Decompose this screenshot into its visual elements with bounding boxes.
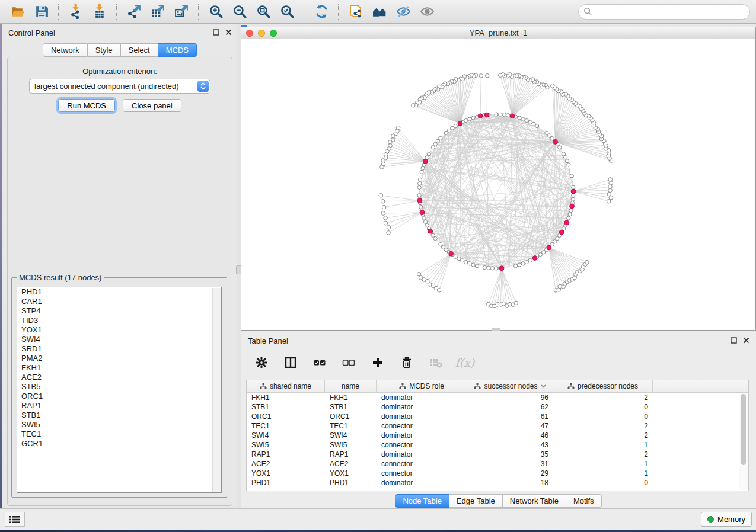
- close-table-panel-icon[interactable]: [742, 336, 750, 344]
- column-header-name[interactable]: name: [325, 380, 377, 392]
- column-header-predecessor-nodes[interactable]: predecessor nodes: [553, 380, 653, 392]
- search-input[interactable]: [592, 7, 745, 17]
- select-all-rows-button[interactable]: [310, 352, 330, 373]
- delete-columns-button[interactable]: [397, 352, 417, 373]
- close-panel-button[interactable]: Close panel: [123, 99, 181, 112]
- table-row[interactable]: PHD1PHD1dominator180: [247, 478, 748, 488]
- show-all-button[interactable]: [415, 2, 439, 21]
- column-header-shared-name[interactable]: shared name: [247, 380, 325, 392]
- mcds-result-item[interactable]: TEC1: [17, 430, 221, 439]
- mcds-result-item[interactable]: PHD1: [17, 287, 221, 297]
- table-cell: PHD1: [325, 478, 377, 488]
- mcds-result-item[interactable]: ACE2: [17, 373, 221, 382]
- task-history-button[interactable]: [5, 512, 25, 527]
- table-cell: SWI4: [325, 431, 377, 440]
- new-network-from-selection-button[interactable]: [344, 2, 368, 21]
- mcds-result-item[interactable]: FKH1: [17, 363, 221, 373]
- table-row[interactable]: SWI5SWI5connector431: [247, 440, 748, 450]
- network-window-titlebar[interactable]: YPA_prune.txt_1: [241, 27, 755, 39]
- neighbors-icon: [372, 4, 387, 19]
- import-table-button[interactable]: [88, 2, 111, 21]
- table-panel: Table Panel f(x) shared namename: [241, 331, 756, 508]
- mcds-result-item[interactable]: STB5: [17, 382, 221, 392]
- float-table-panel-icon[interactable]: [730, 336, 738, 344]
- export-network-button[interactable]: [122, 2, 146, 21]
- criterion-dropdown[interactable]: largest connected component (undirected): [29, 79, 210, 94]
- mcds-result-item[interactable]: YOX1: [17, 325, 221, 335]
- column-type-icon: [567, 383, 575, 390]
- mcds-result-item[interactable]: SWI5: [17, 420, 221, 430]
- main-toolbar: [0, 0, 756, 24]
- table-scrollbar[interactable]: [739, 393, 748, 490]
- mcds-result-item[interactable]: RAP1: [17, 401, 221, 411]
- task-list-icon: [9, 515, 20, 524]
- table-row[interactable]: STB1STB1dominator620: [247, 402, 748, 412]
- tab-node-table[interactable]: Node Table: [395, 494, 449, 508]
- hide-selected-button[interactable]: [391, 2, 415, 21]
- mcds-result-item[interactable]: SWI4: [17, 335, 221, 344]
- tab-select[interactable]: Select: [121, 43, 158, 57]
- table-cell: PHD1: [247, 478, 325, 488]
- table-cell: TEC1: [247, 421, 325, 431]
- run-mcds-button[interactable]: Run MCDS: [58, 99, 115, 112]
- mcds-result-item[interactable]: ORC1: [17, 392, 221, 401]
- mcds-result-item[interactable]: PMA2: [17, 354, 221, 363]
- zoom-in-button[interactable]: [204, 2, 228, 21]
- table-row[interactable]: TEC1TEC1connector472: [247, 421, 748, 431]
- zoom-fit-button[interactable]: [251, 2, 275, 21]
- hide-selected-icon: [396, 4, 411, 19]
- table-cell: 2: [553, 431, 653, 440]
- table-cell: YOX1: [247, 469, 325, 478]
- refresh-button[interactable]: [310, 2, 333, 21]
- tab-edge-table[interactable]: Edge Table: [449, 494, 503, 508]
- table-row[interactable]: YOX1YOX1connector291: [247, 469, 748, 478]
- deselect-all-rows-button[interactable]: [339, 352, 359, 373]
- tab-network-table[interactable]: Network Table: [503, 494, 566, 508]
- neighbors-button[interactable]: [368, 2, 391, 21]
- refresh-icon: [314, 4, 329, 19]
- network-canvas[interactable]: [241, 39, 755, 330]
- show-columns-button[interactable]: [280, 352, 301, 373]
- add-column-button[interactable]: [368, 352, 388, 373]
- table-cell: 0: [553, 412, 653, 421]
- zoom-out-button[interactable]: [228, 2, 251, 21]
- column-header-MCDS-role[interactable]: MCDS role: [377, 380, 467, 392]
- table-row[interactable]: ORC1ORC1dominator610: [247, 412, 748, 421]
- add-column-icon: [371, 356, 384, 369]
- mcds-result-list[interactable]: PHD1CAR1STP4TID3YOX1SWI4SRD1PMA2FKH1ACE2…: [17, 287, 222, 493]
- table-row[interactable]: SWI4SWI4dominator462: [247, 431, 748, 440]
- column-header-successor-nodes[interactable]: successor nodes: [467, 380, 553, 392]
- mcds-result-item[interactable]: CAR1: [17, 297, 221, 306]
- open-file-button[interactable]: [6, 2, 30, 21]
- table-row[interactable]: RAP1RAP1dominator352: [247, 450, 748, 459]
- tab-network[interactable]: Network: [43, 43, 88, 57]
- tab-mcds[interactable]: MCDS: [158, 43, 197, 57]
- export-image-button[interactable]: [170, 2, 193, 21]
- table-row[interactable]: FKH1FKH1dominator962: [247, 393, 748, 402]
- mcds-result-item[interactable]: TID3: [17, 316, 221, 325]
- import-network-button[interactable]: [64, 2, 88, 21]
- table-scrollbar-thumb[interactable]: [741, 394, 746, 465]
- table-cell: 1: [553, 469, 653, 478]
- close-panel-icon[interactable]: [225, 28, 232, 36]
- table-row[interactable]: ACE2ACE2connector311: [247, 459, 748, 469]
- mcds-result-item[interactable]: GCR1: [17, 439, 221, 448]
- mcds-result-item[interactable]: STB1: [17, 411, 221, 420]
- table-settings-gear-button[interactable]: [251, 352, 272, 373]
- mcds-list-scrollbar[interactable]: [212, 288, 221, 492]
- tab-motifs[interactable]: Motifs: [566, 494, 602, 508]
- mcds-result-item[interactable]: SRD1: [17, 344, 221, 354]
- zoom-out-icon: [232, 4, 247, 19]
- save-session-button[interactable]: [30, 2, 53, 21]
- select-all-rows-icon: [313, 356, 326, 369]
- table-cell: connector: [377, 440, 467, 450]
- tab-style[interactable]: Style: [88, 43, 121, 57]
- memory-button[interactable]: Memory: [701, 512, 752, 527]
- export-table-icon: [151, 4, 165, 19]
- zoom-selected-button[interactable]: [275, 2, 299, 21]
- export-table-button[interactable]: [146, 2, 170, 21]
- column-label: MCDS role: [409, 382, 444, 390]
- mcds-result-item[interactable]: STP4: [17, 306, 221, 316]
- search-box[interactable]: [578, 4, 750, 20]
- float-panel-icon[interactable]: [212, 28, 220, 36]
